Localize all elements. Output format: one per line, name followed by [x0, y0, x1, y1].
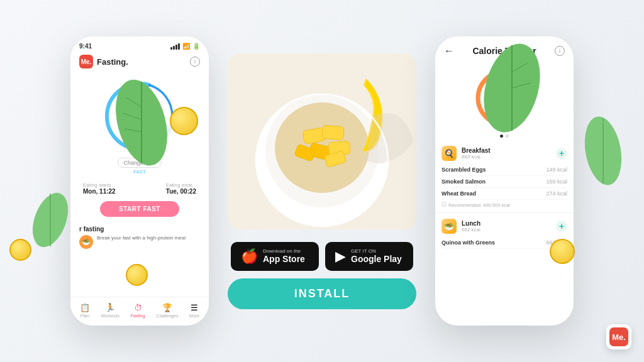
app-logo: Me. [79, 55, 93, 69]
nav-item-plan[interactable]: 📋 Plan [80, 302, 90, 318]
svg-point-11 [581, 114, 625, 188]
nav-item-fasting[interactable]: ⏱ Fasting [131, 302, 145, 318]
timer-section: 02:56:01 Change type FAST [70, 74, 209, 180]
info-icon[interactable]: i [190, 57, 200, 67]
breakfast-header: 🍳 Breakfast 883 kcal + [441, 143, 567, 164]
me-badge-inner: Me. [609, 327, 628, 346]
leaf-right2 [581, 113, 625, 189]
food-photo [228, 53, 416, 229]
change-type-button[interactable]: Change type [118, 158, 161, 168]
tip-title: r fasting [79, 226, 200, 233]
status-time: 9:41 [79, 43, 92, 50]
eating-times: Eating starts Mon, 11:22 Eating ends Tue… [70, 180, 209, 197]
wheat-bread-item: Wheat Bread 274 kcal [441, 188, 567, 200]
food-illustration [228, 53, 416, 229]
workouts-icon: 🏃 [105, 302, 115, 312]
lunch-icon: 🥗 [441, 219, 457, 234]
center-area: 🍎 Download on the App Store ▶ GET IT ON … [203, 53, 441, 309]
google-play-text: GET IT ON Google Play [351, 248, 402, 264]
store-buttons: 🍎 Download on the App Store ▶ GET IT ON … [231, 242, 413, 271]
lunch-add-button[interactable]: + [556, 221, 567, 232]
wheat-bread-kcal: 274 kcal [546, 190, 567, 197]
more-icon: ☰ [189, 302, 199, 312]
calorie-circle-container: 1 055 of 2 200 kcal [435, 62, 574, 132]
left-phone: 9:41 📶 🔋 Me. Fasting. i [70, 36, 209, 326]
back-arrow-icon[interactable]: ← [444, 45, 454, 57]
app-store-text: Download on the App Store [263, 248, 305, 264]
scrambled-eggs-item: Scrambled Eggs 149 kcal [441, 164, 567, 176]
right-phone-header: ← Calorie Tracker i [435, 36, 574, 62]
app-store-button[interactable]: 🍎 Download on the App Store [231, 242, 319, 271]
apple-icon: 🍎 [241, 248, 258, 265]
dot-2 [506, 134, 509, 138]
calorie-tracker-title: Calorie Tracker [472, 46, 536, 56]
smoked-salmon-name: Smoked Salmon [441, 178, 486, 185]
fasting-tip: r fasting 🥗 Break your fast with a high-… [70, 221, 209, 254]
timer-circle: 02:56:01 [102, 79, 177, 154]
breakfast-icon: 🍳 [441, 146, 457, 161]
breakfast-add-button[interactable]: + [556, 148, 567, 159]
plan-icon: 📋 [80, 302, 90, 312]
nav-label-workouts: Workouts [101, 314, 119, 318]
breakfast-header-left: 🍳 Breakfast 883 kcal [441, 146, 491, 161]
nav-label-more: More [189, 314, 199, 318]
breakfast-section: 🍳 Breakfast 883 kcal + Scrambled Eggs 14… [435, 140, 574, 212]
svg-rect-25 [322, 125, 344, 140]
status-bar: 9:41 📶 🔋 [70, 36, 209, 52]
status-icons: 📶 🔋 [170, 43, 200, 50]
nav-item-workouts[interactable]: 🏃 Workouts [101, 302, 119, 318]
recommended-note: ⓘ Recommended: 400-500 kcal [441, 200, 567, 210]
quinoa-kcal: 662 kcal [546, 239, 567, 246]
lunch-section: 🥗 Lunch 662 kcal + Quinoa with Greens 66… [435, 213, 574, 251]
bottom-nav: 📋 Plan 🏃 Workouts ⏱ Fasting 🏆 Challenges… [70, 297, 209, 326]
nav-label-challenges: Challenges [156, 314, 178, 318]
wheat-bread-name: Wheat Bread [441, 190, 476, 197]
lunch-header: 🥗 Lunch 662 kcal + [441, 216, 567, 237]
eating-starts: Eating starts Mon, 11:22 [83, 182, 116, 195]
breakfast-info: Breakfast 883 kcal [462, 147, 491, 160]
app-store-large-text: App Store [263, 254, 305, 264]
calorie-info-icon[interactable]: i [555, 46, 565, 56]
wifi-icon: 📶 [182, 43, 190, 50]
calorie-current: 1 055 [487, 87, 521, 104]
install-button[interactable]: INSTALL [228, 278, 416, 309]
phone-header: Me. Fasting. i [70, 52, 209, 74]
dots-navigation [435, 134, 574, 138]
food-emoji-icon: 🥗 [79, 235, 93, 249]
main-container: 9:41 📶 🔋 Me. Fasting. i [0, 0, 644, 362]
dot-1 [500, 134, 503, 138]
svg-point-5 [31, 189, 69, 251]
lunch-label: Lunch [462, 220, 480, 227]
smoked-salmon-item: Smoked Salmon 160 kcal [441, 176, 567, 188]
tip-content: 🥗 Break your fast with a high-protein me… [79, 235, 200, 249]
nav-item-more[interactable]: ☰ More [189, 302, 199, 318]
challenges-icon: 🏆 [162, 302, 172, 312]
google-play-icon: ▶ [335, 248, 346, 265]
calorie-circle: 1 055 of 2 200 kcal [473, 67, 536, 129]
info-circle-icon: ⓘ [441, 202, 447, 208]
battery-icon: 🔋 [192, 43, 200, 50]
eating-ends: Eating ends Tue, 00:22 [166, 182, 196, 195]
google-play-button[interactable]: ▶ GET IT ON Google Play [325, 242, 413, 271]
start-fast-button[interactable]: START FAST [100, 201, 179, 217]
app-store-small-text: Download on the [263, 248, 305, 254]
quinoa-name: Quinoa with Greens [441, 239, 495, 246]
google-play-small-text: GET IT ON [351, 248, 402, 254]
scrambled-eggs-name: Scrambled Eggs [441, 167, 486, 173]
smoked-salmon-kcal: 160 kcal [546, 178, 567, 185]
calorie-total: of 2 200 kcal [487, 104, 521, 109]
me-badge: Me. [606, 324, 631, 349]
lunch-info: Lunch 662 kcal [462, 220, 480, 233]
leaf-left2 [31, 189, 69, 251]
right-phone: ← Calorie Tracker i 1 055 of 2 200 kcal [435, 36, 574, 326]
nav-label-plan: Plan [80, 314, 89, 318]
signal-bars [170, 43, 180, 50]
nav-item-challenges[interactable]: 🏆 Challenges [156, 302, 178, 318]
timer-display: 02:56:01 [117, 110, 162, 123]
lunch-header-left: 🥗 Lunch 662 kcal [441, 219, 480, 234]
lunch-kcal: 662 kcal [462, 227, 480, 233]
quinoa-item: Quinoa with Greens 662 kcal [441, 237, 567, 249]
breakfast-kcal: 883 kcal [462, 154, 491, 160]
fasting-icon: ⏱ [133, 302, 143, 312]
scrambled-eggs-kcal: 149 kcal [546, 167, 567, 173]
